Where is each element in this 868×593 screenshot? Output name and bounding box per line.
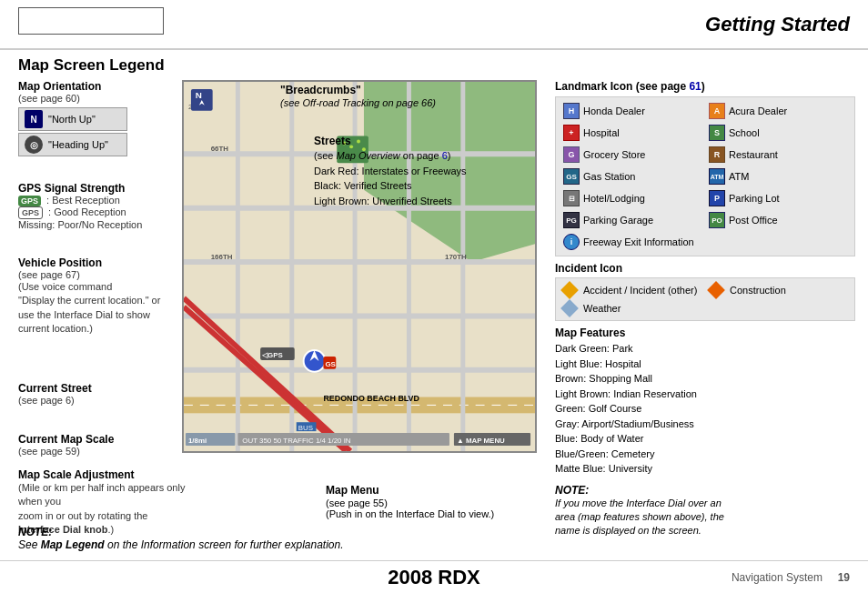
list-item: ⊟ Hotel/Lodging — [560, 188, 705, 208]
bottom-note-title: NOTE: — [18, 526, 52, 538]
restaurant-icon: R — [709, 146, 725, 163]
model-label: 2008 RDX — [388, 566, 480, 589]
svg-text:◁GPS: ◁GPS — [261, 351, 283, 359]
list-item: A Acura Dealer — [705, 101, 851, 121]
hospital-label: Hospital — [583, 127, 620, 138]
svg-text:BUS: BUS — [298, 424, 313, 432]
current-street-title: Current Street — [18, 382, 92, 395]
vehicle-position-note: (Use voice command"Display the current l… — [18, 280, 160, 337]
atm-label: ATM — [729, 171, 749, 182]
construction-icon — [707, 281, 725, 299]
current-map-scale-block: Current Map Scale (see page 59) — [18, 433, 114, 457]
svg-point-42 — [357, 139, 360, 143]
map-menu-title: Map Menu — [326, 484, 379, 497]
parking-lot-label: Parking Lot — [729, 193, 780, 204]
map-display: 66TH 166TH 170TH REDONDO BEACH BLVD 2ND … — [182, 80, 537, 453]
post-office-icon: PO — [709, 212, 725, 228]
list-item: Weather — [560, 300, 704, 317]
map-features-section: Map Features Dark Green: Park Light Blue… — [555, 327, 855, 477]
svg-text:166TH: 166TH — [211, 253, 233, 261]
list-item: H Honda Dealer — [560, 101, 705, 121]
map-svg: 66TH 166TH 170TH REDONDO BEACH BLVD 2ND … — [184, 82, 535, 451]
gas-station-label: Gas Station — [583, 171, 635, 182]
map-scale-adj-title: Map Scale Adjustment — [18, 468, 187, 481]
list-item: ATM ATM — [705, 166, 851, 186]
post-office-label: Post Office — [729, 215, 778, 226]
grocery-store-icon: G — [563, 146, 580, 163]
list-item: Construction — [706, 282, 851, 298]
list-item: i Freeway Exit Information — [560, 232, 851, 252]
landmark-section: Landmark Icon (see page 61) H Honda Deal… — [555, 80, 855, 256]
svg-text:N: N — [196, 90, 202, 100]
svg-text:66TH: 66TH — [211, 145, 229, 153]
svg-text:REDONDO BEACH BLVD: REDONDO BEACH BLVD — [323, 394, 419, 403]
map-orientation-page: (see page 60) — [18, 93, 127, 104]
weather-label: Weather — [583, 303, 621, 314]
gps-best-icon: GPS — [18, 196, 41, 206]
current-map-scale-page: (see page 59) — [18, 446, 114, 457]
gas-station-icon: GS — [563, 168, 580, 185]
map-menu-page: (see page 55) (Push in on the Interface … — [326, 498, 494, 519]
svg-text:170TH: 170TH — [445, 253, 467, 261]
vehicle-position-page: (see page 67) — [18, 269, 160, 280]
header: Getting Started — [0, 0, 868, 50]
heading-up-box: ◎ "Heading Up" — [18, 133, 127, 156]
bottom-note-section: NOTE: See Map Legend on the Information … — [18, 526, 344, 551]
svg-text:▲ MAP MENU: ▲ MAP MENU — [457, 437, 505, 445]
list-item: Accident / Incident (other) — [560, 282, 704, 298]
gps-good-icon: GPS — [18, 206, 43, 219]
vehicle-position-title: Vehicle Position — [18, 256, 160, 269]
map-features-title: Map Features — [555, 327, 855, 339]
accident-label: Accident / Incident (other) — [583, 285, 697, 296]
grocery-store-label: Grocery Store — [583, 149, 645, 160]
construction-label: Construction — [730, 285, 786, 296]
right-panel: Landmark Icon (see page 61) H Honda Deal… — [555, 80, 855, 538]
list-item: P Parking Lot — [705, 188, 851, 208]
breadcrumbs-note: (see Off-road Tracking on page 66) — [280, 97, 436, 108]
list-item: R Restaurant — [705, 145, 851, 165]
right-note-title: NOTE: — [555, 484, 855, 497]
current-street-page: (see page 6) — [18, 395, 92, 406]
hospital-icon: + — [563, 125, 580, 141]
acura-dealer-icon: A — [709, 103, 725, 119]
map-features-text: Dark Green: Park Light Blue: Hospital Br… — [555, 341, 855, 477]
restaurant-label: Restaurant — [729, 149, 778, 160]
svg-text:GS: GS — [325, 360, 335, 368]
gps-good: GPS : Good Reception — [18, 206, 142, 219]
heading-up-label: "Heading Up" — [48, 139, 108, 150]
footer: 2008 RDX Navigation System 19 — [0, 560, 868, 593]
map-orientation-block: Map Orientation (see page 60) N "North U… — [18, 80, 127, 158]
page-title: Getting Started — [705, 13, 850, 36]
gps-missing: Missing: Poor/No Reception — [18, 219, 142, 230]
nav-system-label: Navigation System 19 — [732, 571, 850, 584]
landmark-grid: H Honda Dealer A Acura Dealer + Hospital… — [555, 96, 855, 256]
incident-title: Incident Icon — [555, 262, 855, 275]
streets-note: (see Map Overview on page 6) Dark Red: I… — [314, 148, 467, 208]
section-title: Map Screen Legend — [18, 56, 165, 75]
incident-grid: Accident / Incident (other) Construction… — [555, 277, 855, 321]
list-item: PG Parking Garage — [560, 210, 705, 230]
north-up-label: "North Up" — [48, 114, 96, 125]
north-icon: N — [25, 110, 43, 128]
streets-title: Streets — [314, 135, 351, 147]
freeway-exit-label: Freeway Exit Information — [583, 236, 694, 247]
list-item: S School — [705, 123, 851, 143]
parking-garage-label: Parking Garage — [583, 215, 653, 226]
gps-best: GPS : Best Reception — [18, 195, 142, 206]
current-street-block: Current Street (see page 6) — [18, 382, 92, 406]
map-orientation-title: Map Orientation — [18, 80, 127, 93]
gps-signal-block: GPS Signal Strength GPS : Best Reception… — [18, 182, 142, 230]
parking-lot-icon: P — [709, 190, 725, 206]
list-item: PO Post Office — [705, 210, 851, 230]
right-note-section: NOTE: If you move the Interface Dial ove… — [555, 484, 855, 538]
list-item: GS Gas Station — [560, 166, 705, 186]
north-up-box: N "North Up" — [18, 107, 127, 131]
svg-text:1/8mi: 1/8mi — [188, 437, 207, 445]
freeway-exit-icon: i — [563, 234, 580, 250]
parking-garage-icon: PG — [563, 212, 580, 228]
landmark-title: Landmark Icon (see page 61) — [555, 80, 855, 93]
breadcrumbs-label: "Breadcrumbs" — [280, 84, 361, 96]
atm-icon: ATM — [709, 168, 725, 185]
gps-signal-title: GPS Signal Strength — [18, 182, 142, 195]
compass-icon: ◎ — [25, 136, 43, 154]
